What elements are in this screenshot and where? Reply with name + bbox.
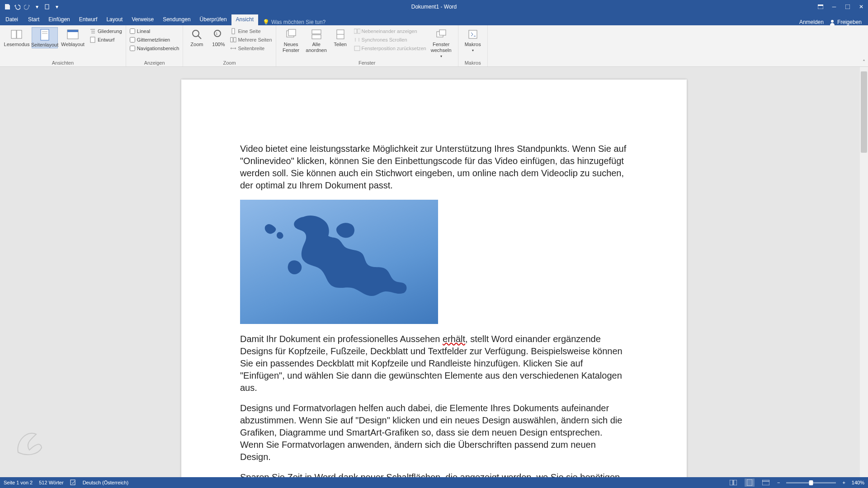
tab-start[interactable]: Start [24,14,44,25]
close-icon[interactable]: ✕ [854,0,868,14]
ruler-checkbox[interactable]: Lineal [130,27,179,35]
outline-icon [90,28,96,34]
tab-mailings[interactable]: Sendungen [158,14,195,25]
web-layout-button[interactable]: Weblayout [60,27,86,47]
svg-rect-29 [354,29,357,33]
spell-error[interactable]: erhält [443,334,465,344]
tab-design[interactable]: Entwurf [75,14,102,25]
group-show-label: Anzeigen [130,59,179,66]
split-button[interactable]: Teilen [330,27,350,47]
paragraph[interactable]: Designs und Formatvorlagen helfen auch d… [240,402,628,463]
window-controls: ─ ✕ [814,0,868,14]
customize-qat-icon[interactable]: ▾ [33,2,42,11]
tab-file[interactable]: Datei [0,14,24,25]
quick-access-toolbar: ▾ ▾ [0,2,61,11]
status-language[interactable]: Deutsch (Österreich) [83,480,128,485]
new-window-button[interactable]: Neues Fenster [280,27,302,53]
save-icon[interactable] [3,2,12,11]
zoom-level[interactable]: 140% [852,480,864,485]
svg-rect-6 [17,30,22,38]
svg-rect-5 [11,30,16,38]
status-bar: Seite 1 von 2 512 Wörter Deutsch (Österr… [0,477,868,488]
collapse-ribbon-icon[interactable]: ˄ [863,59,865,66]
tab-view[interactable]: Ansicht [231,14,258,25]
navpane-checkbox[interactable]: Navigationsbereich [130,44,179,52]
svg-point-4 [831,20,834,23]
proofing-icon[interactable] [70,479,76,486]
page-width-button[interactable]: Seitenbreite [230,44,272,52]
reset-position-button: Fensterposition zurücksetzen [354,44,426,52]
group-window-label: Fenster [280,59,454,66]
zoom-100-button[interactable]: 1 100% [208,27,228,47]
svg-rect-36 [730,480,733,485]
draft-label: Entwurf [98,37,114,42]
read-mode-view-icon[interactable] [728,479,738,487]
group-views: Lesemodus Seitenlayout Weblayout Glieder… [0,25,126,66]
window-title: Dokument1 - Word [411,4,457,10]
undo-icon[interactable] [13,2,22,11]
group-macros-label: Makros [462,59,484,66]
svg-rect-20 [232,28,235,34]
paragraph[interactable]: Sparen Sie Zeit in Word dank neuer Schal… [240,471,628,477]
web-layout-icon [66,28,79,41]
multi-page-button[interactable]: Mehrere Seiten [230,36,272,44]
one-page-icon [230,28,236,34]
paragraph[interactable]: Damit Ihr Dokument ein professionelles A… [240,333,628,394]
svg-rect-31 [354,46,360,51]
status-word-count[interactable]: 512 Wörter [39,480,63,485]
tell-me-search[interactable]: 💡 Was möchten Sie tun? [263,19,326,25]
side-by-side-button: Nebeneinander anzeigen [354,27,426,35]
zoom-in-button[interactable]: + [842,480,845,485]
minimize-icon[interactable]: ─ [827,0,841,14]
draft-view-button[interactable]: Entwurf [90,36,122,44]
svg-rect-26 [312,35,321,39]
svg-rect-35 [71,480,75,485]
macros-button[interactable]: Makros ▾ [462,27,484,53]
one-page-button[interactable]: Eine Seite [230,27,272,35]
sign-in-link[interactable]: Anmelden [799,19,824,25]
page-width-icon [230,45,236,52]
outline-view-button[interactable]: Gliederung [90,27,122,35]
tab-insert[interactable]: Einfügen [44,14,74,25]
zoom-out-button[interactable]: − [777,480,780,485]
zoom-slider[interactable] [786,482,836,483]
group-views-label: Ansichten [4,59,122,66]
group-zoom: Zoom 1 100% Eine Seite Mehrere Seiten Se… [183,25,276,66]
ribbon-display-icon[interactable] [814,0,827,14]
zoom-button[interactable]: Zoom [187,27,207,47]
maximize-icon[interactable] [841,0,854,14]
tab-review[interactable]: Überprüfen [195,14,231,25]
print-layout-button[interactable]: Seitenlayout [32,27,58,48]
print-layout-view-icon[interactable] [745,479,755,487]
vertical-scrollbar[interactable] [860,67,868,477]
zoom-slider-knob[interactable] [809,480,813,485]
arrange-all-button[interactable]: Alle anordnen [304,27,329,53]
split-icon [334,28,347,41]
svg-text:1: 1 [216,32,218,36]
share-button[interactable]: Freigeben [829,19,862,25]
switch-windows-icon [435,28,448,41]
group-window: Neues Fenster Alle anordnen Teilen Neben… [276,25,458,66]
chevron-down-icon: ▾ [472,47,474,53]
europe-map-image[interactable] [240,200,438,324]
status-page[interactable]: Seite 1 von 2 [4,480,33,485]
tab-references[interactable]: Verweise [127,14,158,25]
document-page[interactable]: Video bietet eine leistungsstarke Möglic… [181,80,687,477]
tell-me-placeholder: Was möchten Sie tun? [271,19,326,25]
ribbon-tabs: Datei Start Einfügen Entwurf Layout Verw… [0,14,868,25]
tab-layout[interactable]: Layout [102,14,127,25]
zoom-icon [190,28,203,41]
qat-more-icon[interactable]: ▾ [52,2,61,11]
touch-mode-icon[interactable] [42,2,52,11]
switch-windows-button[interactable]: Fenster wechseln ▾ [428,27,454,59]
scrollbar-thumb[interactable] [861,71,867,153]
paragraph[interactable]: Video bietet eine leistungsstarke Möglic… [240,143,628,192]
watermark-logo [14,427,45,459]
gridlines-checkbox[interactable]: Gitternetzlinien [130,36,179,44]
reading-mode-button[interactable]: Lesemodus [4,27,30,47]
outline-label: Gliederung [98,28,122,34]
macros-label: Makros [465,42,481,47]
new-window-icon [285,28,297,41]
redo-icon[interactable] [23,2,32,11]
web-layout-view-icon[interactable] [761,479,771,487]
